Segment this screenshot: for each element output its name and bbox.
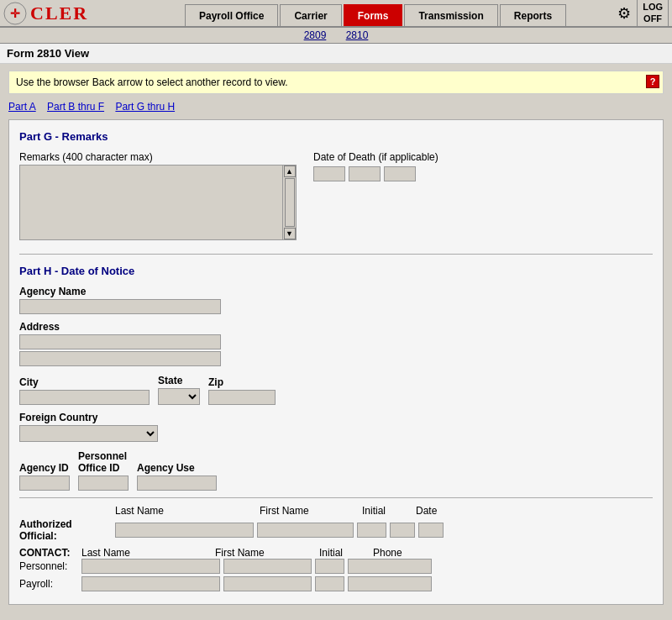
auth-col-initial: Initial (362, 505, 412, 517)
help-icon[interactable]: ? (646, 75, 659, 88)
city-label: City (19, 376, 150, 388)
breadcrumb-part-b-thru-f[interactable]: Part B thru F (47, 101, 104, 113)
tab-payroll-office[interactable]: Payroll Office (185, 4, 278, 26)
agency-use-group: Agency Use (137, 462, 217, 491)
contact-personnel-label: Personnel: (19, 560, 78, 572)
contact-personnel-lastname-input[interactable] (81, 559, 220, 574)
authorized-official-section: Last Name First Name Initial Date Author… (19, 505, 653, 542)
agency-id-group: Agency ID (19, 462, 70, 491)
city-input[interactable] (19, 390, 150, 405)
contact-col-lastname: Last Name (81, 547, 212, 559)
contact-payroll-row: Payroll: (19, 576, 653, 591)
contact-payroll-firstname-input[interactable] (223, 576, 312, 591)
scroll-up-arrow[interactable]: ▲ (284, 166, 296, 177)
dod-fields (313, 166, 438, 181)
contact-main-label: CONTACT: (19, 547, 78, 559)
info-message: Use the browser Back arrow to select ano… (16, 76, 287, 88)
auth-col-firstname: First Name (260, 505, 359, 517)
agency-use-label: Agency Use (137, 462, 217, 474)
contact-payroll-label: Payroll: (19, 578, 78, 590)
logo-text: CLER (30, 3, 88, 24)
tab-reports[interactable]: Reports (500, 4, 566, 26)
city-state-zip-row: City State ALAKAZAR CACOCTDC DEFLGAHI ID… (19, 375, 653, 405)
contact-col-initial: Initial (319, 547, 370, 559)
date-of-death-section: Date of Death (if applicable) (313, 151, 438, 181)
dod-month[interactable] (313, 166, 345, 181)
remarks-textarea[interactable] (20, 166, 282, 239)
zip-label: Zip (208, 376, 276, 388)
agency-id-label: Agency ID (19, 462, 70, 474)
dod-day[interactable] (349, 166, 381, 181)
foreign-country-group: Foreign Country (19, 412, 653, 442)
part-g-header: Part G - Remarks (19, 130, 653, 143)
sub-header: 2809 2810 (0, 28, 672, 44)
state-select[interactable]: ALAKAZAR CACOCTDC DEFLGAHI IDILINIA KSKY… (158, 388, 200, 405)
dod-label: Date of Death (if applicable) (313, 151, 438, 163)
foreign-country-select[interactable] (19, 425, 158, 442)
scroll-down-arrow[interactable]: ▼ (284, 228, 296, 239)
tab-carrier[interactable]: Carrier (280, 4, 341, 26)
agency-id-input[interactable] (19, 476, 70, 491)
authorized-official-label: Authorized Official: (19, 518, 112, 542)
auth-firstname-input[interactable] (257, 523, 354, 538)
contact-payroll-lastname-input[interactable] (81, 576, 220, 591)
breadcrumbs: Part A Part B thru F Part G thru H (8, 101, 664, 113)
agency-name-label: Agency Name (19, 286, 653, 297)
scroll-thumb (285, 178, 295, 227)
personnel-office-id-group: Personnel Office ID (78, 450, 129, 491)
contact-col-firstname: First Name (215, 547, 316, 559)
header: ✛ CLER Payroll Office Carrier Forms Tran… (0, 0, 672, 28)
contact-header-row: CONTACT: Last Name First Name Initial Ph… (19, 547, 653, 559)
auth-col-lastname: Last Name (115, 505, 256, 517)
address-line1-input[interactable] (19, 334, 221, 349)
svg-text:✛: ✛ (10, 7, 20, 20)
form-2810-link[interactable]: 2810 (346, 29, 369, 41)
divider-auth (19, 497, 653, 498)
agency-name-row: Agency Name (19, 286, 653, 314)
info-box: Use the browser Back arrow to select ano… (8, 71, 664, 94)
state-group: State ALAKAZAR CACOCTDC DEFLGAHI IDILINI… (158, 375, 200, 405)
logo-area: ✛ CLER (0, 2, 185, 25)
agency-name-input[interactable] (19, 299, 221, 314)
remarks-hint: (400 character max) (62, 151, 152, 163)
contact-payroll-phone-input[interactable] (348, 576, 432, 591)
nav-tabs: Payroll Office Carrier Forms Transmissio… (185, 0, 613, 26)
dod-year[interactable] (384, 166, 416, 181)
gear-icon[interactable]: ⚙ (613, 3, 635, 24)
zip-input[interactable] (208, 390, 276, 405)
address-line2-input[interactable] (19, 351, 221, 366)
remarks-scrollbar: ▲ ▼ (282, 166, 296, 239)
main-content: Part G - Remarks Remarks (400 character … (8, 119, 664, 605)
form-2809-link[interactable]: 2809 (304, 29, 327, 41)
logout-button[interactable]: LOGOFF (637, 0, 669, 27)
contact-section: CONTACT: Last Name First Name Initial Ph… (19, 547, 653, 591)
logo-icon: ✛ (3, 2, 27, 25)
page-title: Form 2810 View (0, 44, 672, 64)
authorized-official-row: Authorized Official: (19, 518, 653, 542)
breadcrumb-part-a[interactable]: Part A (8, 101, 36, 113)
contact-personnel-phone-input[interactable] (348, 559, 432, 574)
zip-group: Zip (208, 376, 276, 405)
auth-col-date: Date (416, 505, 437, 517)
contact-payroll-initial-input[interactable] (315, 576, 344, 591)
personnel-office-id-label: Personnel Office ID (78, 450, 129, 474)
auth-col-headers: Last Name First Name Initial Date (19, 505, 653, 517)
address-row: Address (19, 321, 653, 368)
auth-initial-input[interactable] (357, 523, 386, 538)
tab-transmission[interactable]: Transmission (404, 4, 497, 26)
part-g: Part G - Remarks Remarks (400 character … (19, 130, 653, 240)
agency-id-row: Agency ID Personnel Office ID Agency Use (19, 450, 653, 491)
tab-forms[interactable]: Forms (344, 4, 403, 26)
dod-hint: (if applicable) (378, 151, 438, 163)
auth-date-input2[interactable] (418, 523, 444, 538)
auth-date-input1[interactable] (390, 523, 415, 538)
personnel-office-id-input[interactable] (78, 476, 129, 491)
remarks-area: Remarks (400 character max) ▲ ▼ (19, 151, 297, 240)
contact-personnel-firstname-input[interactable] (223, 559, 312, 574)
auth-lastname-input[interactable] (115, 523, 254, 538)
breadcrumb-part-g-thru-h[interactable]: Part G thru H (115, 101, 175, 113)
agency-use-input[interactable] (137, 476, 217, 491)
contact-personnel-row: Personnel: (19, 559, 653, 574)
state-label: State (158, 375, 200, 386)
contact-personnel-initial-input[interactable] (315, 559, 344, 574)
